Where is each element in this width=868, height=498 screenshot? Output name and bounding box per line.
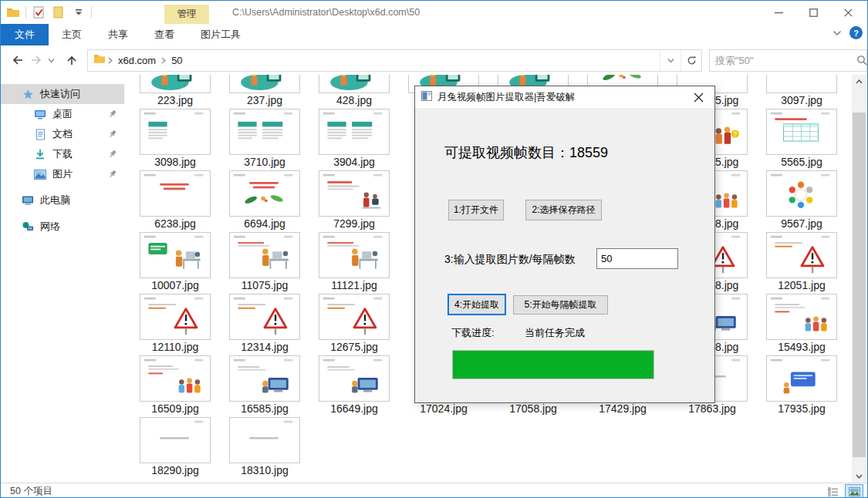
folder-icon [93,54,106,66]
file-name: 6694.jpg [220,217,309,231]
address-bar[interactable]: x6d.com 50 [87,49,702,72]
chevron-down-icon[interactable] [46,58,56,63]
breadcrumb-segment[interactable]: 50 [168,53,185,68]
address-dropdown-icon[interactable] [660,50,681,71]
sidebar-item-network[interactable]: 网络 [1,217,124,237]
maximize-button[interactable] [796,1,831,24]
new-folder-icon[interactable] [51,5,66,20]
ribbon-tab-bar: 文件 主页共享查看图片工具 [1,24,867,45]
computer-icon [21,194,35,207]
file-item[interactable]: 237.jpg [220,75,309,109]
file-name: 3710.jpg [220,156,309,170]
start-interval-extract-button[interactable]: 5:开始每隔帧提取 [513,295,608,315]
file-item[interactable]: 6694.jpg [220,170,309,232]
dropdown-icon[interactable] [71,5,86,20]
file-name: 11075.jpg [220,279,309,293]
sidebar-item-label: 此电脑 [40,193,70,207]
search-box [709,49,867,72]
file-item[interactable]: 10007.jpg [130,232,220,294]
file-item[interactable]: 11075.jpg [220,232,309,294]
breadcrumb-segment[interactable]: x6d.com [115,53,159,68]
file-item[interactable]: 7299.jpg [309,170,399,232]
file-item[interactable]: 12675.jpg [309,294,399,355]
file-item[interactable]: 17935.jpg [757,355,846,417]
file-thumbnail [229,417,300,463]
sidebar-item-documents[interactable]: 文档 [1,124,124,144]
scrollbar-thumb[interactable] [853,113,866,457]
thumbnail-view-icon[interactable] [845,484,863,498]
quick-access-toolbar [5,3,92,22]
scroll-up-icon[interactable] [852,75,866,88]
file-item[interactable]: 3904.jpg [309,109,399,170]
sidebar-item-pictures[interactable]: 图片 [1,164,124,184]
search-icon[interactable] [856,55,867,66]
sidebar-item-desktop[interactable]: 桌面 [1,104,124,124]
file-item[interactable]: 3098.jpg [130,109,220,170]
file-item[interactable]: 16585.jpg [220,355,309,417]
item-count: 50 个项目 [1,485,52,498]
pin-icon [109,130,117,139]
file-item[interactable]: 12314.jpg [220,294,309,355]
file-item[interactable]: 12110.jpg [130,294,220,355]
file-item[interactable]: 3710.jpg [220,109,309,170]
file-thumbnail [766,232,837,278]
file-item[interactable]: 15493.jpg [757,294,846,355]
separator [25,6,26,19]
sidebar-item-this-pc[interactable]: 此电脑 [1,190,124,210]
file-item[interactable]: 6238.jpg [130,170,220,232]
file-item[interactable]: 223.jpg [130,75,220,109]
back-icon[interactable] [8,55,27,66]
search-input[interactable] [710,55,856,66]
open-file-button[interactable]: 1:打开文件 [448,200,504,220]
file-item[interactable]: 9567.jpg [757,170,846,232]
file-thumbnail [229,75,300,93]
dialog-titlebar[interactable]: 月兔视频帧图片提取器|吾爱破解 [415,86,714,108]
tab-file[interactable]: 文件 [1,24,49,45]
close-button[interactable] [831,1,866,24]
start-extract-button[interactable]: 4:开始提取 [448,294,506,315]
file-thumbnail [766,355,837,402]
file-item[interactable]: 11121.jpg [309,232,399,294]
choose-save-path-button[interactable]: 2:选择保存路径 [525,200,602,220]
scroll-down-icon[interactable] [852,469,866,483]
file-name: 3097.jpg [757,94,846,108]
forward-icon[interactable] [27,55,46,66]
manage-contextual-tab[interactable]: 管理 [164,5,209,24]
file-item[interactable]: 16649.jpg [309,355,399,417]
close-icon[interactable] [687,89,710,105]
refresh-icon[interactable] [681,50,701,71]
help-icon[interactable]: ? [849,26,863,39]
sidebar-item-quick-access[interactable]: 快速访问 [1,84,124,104]
details-view-icon[interactable] [824,484,843,498]
minimize-button[interactable] [762,1,796,24]
file-thumbnail [140,109,211,155]
collapse-ribbon-icon[interactable] [833,25,842,39]
file-name: 3098.jpg [130,156,220,170]
dialog-title: 月兔视频帧图片提取器|吾爱破解 [437,91,575,104]
file-name: 17058.jpg [488,402,578,416]
frame-count-input[interactable] [596,248,678,269]
file-item[interactable]: 18290.jpg [130,417,220,479]
file-thumbnail [229,294,300,340]
tab-view[interactable]: 查看 [141,24,187,45]
file-item [667,417,757,479]
tab-share[interactable]: 共享 [95,24,141,45]
sidebar-item-label: 图片 [52,167,73,181]
file-item[interactable]: 16509.jpg [130,355,220,417]
up-icon[interactable] [62,55,81,66]
sidebar-item-downloads[interactable]: 下载 [1,144,124,164]
file-name: 16585.jpg [220,402,309,416]
vertical-scrollbar[interactable] [852,75,866,483]
file-item[interactable]: 428.jpg [309,75,399,109]
file-item[interactable]: 3097.jpg [757,75,846,109]
file-item[interactable]: 12051.jpg [757,232,846,294]
checked-doc-icon[interactable] [31,5,46,20]
star-icon [21,88,35,100]
folder-icon[interactable] [5,5,21,20]
file-item[interactable]: 5565.jpg [757,109,846,170]
tab-picture-tools[interactable]: 图片工具 [187,24,254,45]
file-item[interactable]: 18310.jpg [220,417,309,479]
file-thumbnail [319,232,390,278]
file-name: 5565.jpg [757,156,846,170]
tab-home[interactable]: 主页 [49,24,95,45]
